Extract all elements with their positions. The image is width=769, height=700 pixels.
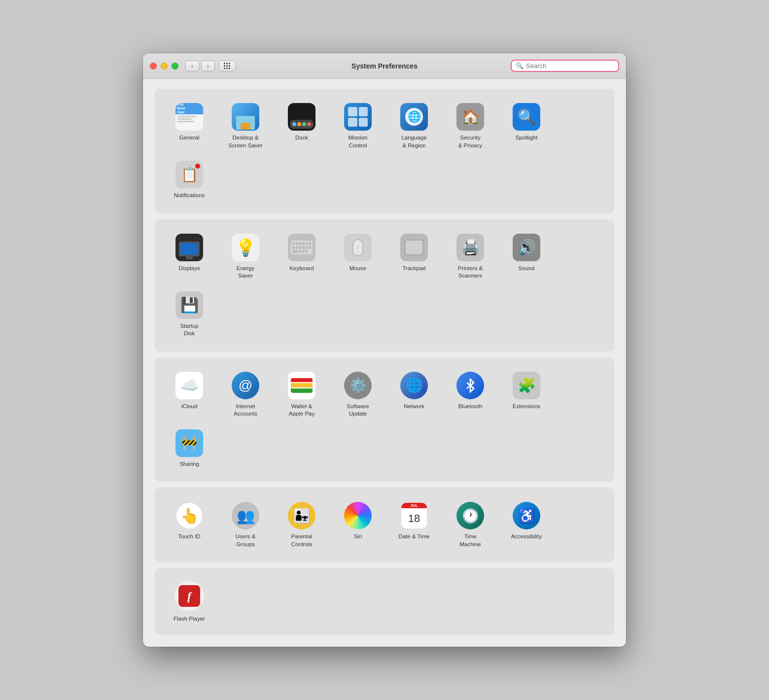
dock-icon xyxy=(288,103,315,131)
window-title: System Preferences xyxy=(351,62,418,70)
hardware-section: Displays 💡 EnergySaver xyxy=(155,219,614,351)
network-label: Network xyxy=(404,403,424,411)
keyboard-icon xyxy=(288,234,315,261)
pref-notifications[interactable]: 📋 Notifications xyxy=(163,156,216,204)
pref-general[interactable]: FileNewOpe General xyxy=(163,99,216,153)
content: FileNewOpe General xyxy=(143,79,626,647)
startup-icon: 💾 xyxy=(175,291,203,319)
spotlight-label: Spotlight xyxy=(516,134,538,142)
pref-spotlight[interactable]: 🔍 Spotlight xyxy=(500,99,553,153)
pref-bluetooth[interactable]: Bluetooth xyxy=(444,367,497,422)
search-icon: 🔍 xyxy=(516,62,524,70)
touchid-icon: 👆 xyxy=(175,502,203,529)
mouse-icon xyxy=(344,234,372,261)
datetime-icon: JUL 18 xyxy=(400,502,428,529)
pref-network[interactable]: 🌐 Network xyxy=(387,367,441,422)
bluetooth-label: Bluetooth xyxy=(458,403,483,411)
language-label: Language& Region xyxy=(401,134,426,149)
pref-timemachine[interactable]: 🕐 TimeMachine xyxy=(444,497,497,552)
users-label: Users &Groups xyxy=(236,533,256,548)
pref-icloud[interactable]: ☁️ iCloud xyxy=(163,367,216,422)
pref-energy[interactable]: 💡 EnergySaver xyxy=(219,229,272,284)
close-button[interactable] xyxy=(150,63,157,70)
pref-mouse[interactable]: Mouse xyxy=(331,229,384,284)
pref-sharing[interactable]: 🚧 Sharing xyxy=(163,425,216,472)
mission-icon xyxy=(344,103,372,131)
mouse-label: Mouse xyxy=(350,265,367,273)
siri-label: Siri xyxy=(354,533,362,541)
pref-datetime[interactable]: JUL 18 Date & Time xyxy=(387,497,441,552)
timemachine-label: TimeMachine xyxy=(459,533,481,548)
pref-desktop[interactable]: Desktop &Screen Saver xyxy=(219,99,272,153)
hardware-grid: Displays 💡 EnergySaver xyxy=(163,229,606,342)
desktop-label: Desktop &Screen Saver xyxy=(228,134,263,149)
pref-users[interactable]: 👥 Users &Groups xyxy=(219,497,272,552)
sharing-icon: 🚧 xyxy=(175,429,203,457)
pref-flash[interactable]: f Flash Player xyxy=(163,576,216,627)
system-grid: 👆 Touch ID 👥 Users &Groups xyxy=(163,497,606,552)
pref-trackpad[interactable]: Trackpad xyxy=(387,229,441,284)
flash-icon: f xyxy=(173,580,206,612)
forward-button[interactable]: › xyxy=(201,61,215,71)
search-box[interactable]: 🔍 xyxy=(511,60,619,72)
displays-label: Displays xyxy=(178,265,200,273)
pref-startup[interactable]: 💾 StartupDisk xyxy=(163,287,216,342)
other-section: f Flash Player xyxy=(155,568,614,635)
traffic-lights xyxy=(150,63,178,70)
grid-view-button[interactable] xyxy=(219,61,236,71)
internet-accounts-label: InternetAccounts xyxy=(234,403,257,418)
spotlight-icon: 🔍 xyxy=(513,103,540,131)
mission-label: MissionControl xyxy=(349,134,368,149)
software-label: SoftwareUpdate xyxy=(347,403,369,418)
pref-security[interactable]: 🏠 Security& Privacy xyxy=(444,99,497,153)
software-icon: ⚙️ xyxy=(344,372,372,399)
titlebar: ‹ › System Preferences 🔍 xyxy=(143,53,626,79)
pref-displays[interactable]: Displays xyxy=(163,229,216,284)
back-button[interactable]: ‹ xyxy=(185,61,199,71)
language-icon: 🌐 xyxy=(400,103,428,131)
system-preferences-window: ‹ › System Preferences 🔍 xyxy=(143,53,626,647)
internet-section: ☁️ iCloud @ InternetAccounts xyxy=(155,357,614,482)
sound-label: Sound xyxy=(518,265,534,273)
parental-icon: 👨‍👧 xyxy=(288,502,315,529)
personal-grid: FileNewOpe General xyxy=(163,99,606,204)
pref-touchid[interactable]: 👆 Touch ID xyxy=(163,497,216,552)
pref-siri[interactable]: Siri xyxy=(331,497,384,552)
pref-wallet[interactable]: Wallet &Apple Pay xyxy=(275,367,328,422)
extensions-label: Extensions xyxy=(513,403,540,411)
pref-internet-accounts[interactable]: @ InternetAccounts xyxy=(219,367,272,422)
pref-sound[interactable]: 🔊 Sound xyxy=(500,229,553,284)
timemachine-icon: 🕐 xyxy=(456,502,484,529)
sharing-label: Sharing xyxy=(179,460,199,468)
parental-label: ParentalControls xyxy=(291,533,313,548)
energy-icon: 💡 xyxy=(232,234,259,261)
pref-dock[interactable]: Dock xyxy=(275,99,328,153)
accessibility-icon: ♿ xyxy=(513,502,540,529)
printers-icon: 🖨️ xyxy=(456,234,484,261)
trackpad-label: Trackpad xyxy=(402,265,426,273)
notifications-label: Notifications xyxy=(174,192,205,200)
internet-accounts-icon: @ xyxy=(232,372,259,399)
icloud-label: iCloud xyxy=(181,403,198,411)
pref-printers[interactable]: 🖨️ Printers &Scanners xyxy=(444,229,497,284)
pref-mission[interactable]: MissionControl xyxy=(331,99,384,153)
pref-keyboard[interactable]: Keyboard xyxy=(275,229,328,284)
minimize-button[interactable] xyxy=(161,63,168,70)
pref-language[interactable]: 🌐 Language& Region xyxy=(387,99,441,153)
pref-parental[interactable]: 👨‍👧 ParentalControls xyxy=(275,497,328,552)
accessibility-label: Accessibility xyxy=(511,533,542,541)
keyboard-label: Keyboard xyxy=(289,265,314,273)
maximize-button[interactable] xyxy=(172,63,178,70)
pref-software[interactable]: ⚙️ SoftwareUpdate xyxy=(331,367,384,422)
system-section: 👆 Touch ID 👥 Users &Groups xyxy=(155,488,614,562)
pref-extensions[interactable]: 🧩 Extensions xyxy=(500,367,553,422)
general-label: General xyxy=(179,134,200,142)
search-input[interactable] xyxy=(526,62,614,70)
pref-accessibility[interactable]: ♿ Accessibility xyxy=(500,497,553,552)
startup-label: StartupDisk xyxy=(180,322,198,338)
displays-icon xyxy=(175,234,203,261)
bluetooth-icon xyxy=(456,372,484,399)
nav-buttons: ‹ › xyxy=(185,61,236,71)
wallet-label: Wallet &Apple Pay xyxy=(289,403,315,418)
printers-label: Printers &Scanners xyxy=(458,265,483,280)
